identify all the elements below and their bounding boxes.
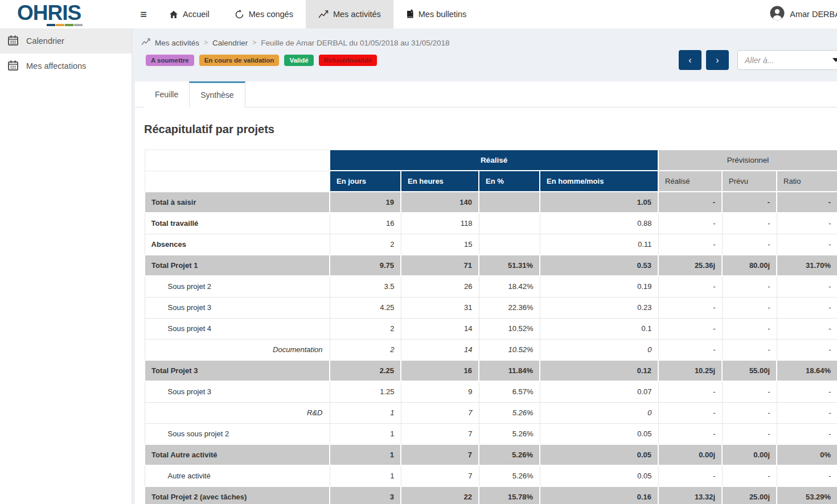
table-cell: - bbox=[658, 276, 722, 297]
sidebar-item-mes-affectations[interactable]: Mes affectations bbox=[0, 53, 132, 79]
recap-table: Réalisé Prévisionnel En jours En heures … bbox=[144, 149, 837, 504]
table-cell: 0.23 bbox=[540, 297, 658, 318]
table-cell: - bbox=[722, 381, 777, 402]
row-label: Total Projet 3 bbox=[145, 360, 330, 381]
breadcrumb-separator: > bbox=[252, 39, 256, 47]
nav-item-label: Mes bulletins bbox=[419, 10, 467, 19]
table-cell: 22 bbox=[401, 486, 479, 504]
nav-item-label: Mes congés bbox=[249, 10, 293, 19]
table-cell: 5.26% bbox=[479, 444, 540, 465]
sidebar-item-calendrier[interactable]: Calendrier bbox=[0, 28, 132, 53]
app-header: OHRIS ≡ Accueil Mes congés Mes activités bbox=[0, 0, 837, 28]
table-cell: 15 bbox=[401, 234, 479, 255]
table-row: Sous sous projet 2175.26%0.05--- bbox=[145, 423, 837, 444]
table-cell: 0.88 bbox=[540, 213, 658, 234]
table-cell: - bbox=[658, 192, 722, 213]
table-cell: 118 bbox=[401, 213, 479, 234]
table-corner-cell bbox=[145, 150, 330, 171]
table-cell: 7 bbox=[401, 465, 479, 486]
table-cell: 5.26% bbox=[479, 402, 540, 423]
table-cell: 53.29% bbox=[777, 486, 837, 504]
table-cell: 1.25 bbox=[330, 381, 401, 402]
column-header: En jours bbox=[330, 171, 401, 192]
table-cell: 1 bbox=[330, 423, 401, 444]
table-cell: - bbox=[722, 276, 777, 297]
column-header: En heures bbox=[401, 171, 479, 192]
table-cell: 5.26% bbox=[479, 465, 540, 486]
table-cell: 0.12 bbox=[540, 360, 658, 381]
table-cell: 6.57% bbox=[479, 381, 540, 402]
table-cell: 71 bbox=[401, 255, 479, 276]
status-badge: A soumettre bbox=[146, 55, 194, 66]
breadcrumb-item[interactable]: Mes activités bbox=[155, 39, 199, 47]
tab-bar: Feuille Synthèse bbox=[135, 81, 837, 108]
table-cell: 7 bbox=[401, 444, 479, 465]
table-cell: 0.19 bbox=[540, 276, 658, 297]
next-period-button[interactable]: › bbox=[706, 50, 729, 70]
nav-item-accueil[interactable]: Accueil bbox=[157, 0, 222, 28]
nav-item-mes-bulletins[interactable]: Mes bulletins bbox=[393, 0, 479, 28]
tab-feuille[interactable]: Feuille bbox=[144, 81, 189, 108]
table-cell: 51.31% bbox=[479, 255, 540, 276]
table-row: Total Projet 2 (avec tâches)32215.78%0.1… bbox=[145, 486, 837, 504]
table-cell: - bbox=[777, 381, 837, 402]
tab-synthese[interactable]: Synthèse bbox=[189, 81, 245, 108]
group-header-previsionnel: Prévisionnel bbox=[658, 150, 837, 171]
column-header: En % bbox=[479, 171, 540, 192]
row-label: Sous projet 4 bbox=[145, 318, 330, 339]
table-cell: - bbox=[777, 276, 837, 297]
table-cell: - bbox=[777, 423, 837, 444]
table-cell: - bbox=[777, 213, 837, 234]
table-cell: 80.00j bbox=[722, 255, 777, 276]
table-cell: 2 bbox=[330, 339, 401, 360]
table-group-header-row: Réalisé Prévisionnel bbox=[145, 150, 837, 171]
table-row: Absences2150.11--- bbox=[145, 234, 837, 255]
app-logo[interactable]: OHRIS bbox=[17, 1, 120, 27]
table-cell: - bbox=[658, 213, 722, 234]
previous-period-button[interactable]: ‹ bbox=[679, 50, 701, 70]
table-row: Total Projet 19.757151.31%0.5325.36j80.0… bbox=[145, 255, 837, 276]
table-row: Documentation21410.52%0--- bbox=[145, 339, 837, 360]
table-cell: 55.00j bbox=[722, 360, 777, 381]
nav-item-label: Mes activités bbox=[333, 10, 381, 19]
table-cell: 2 bbox=[330, 318, 401, 339]
table-cell bbox=[479, 213, 540, 234]
top-navigation: Accueil Mes congés Mes activités Mes bul… bbox=[157, 0, 479, 28]
nav-item-mes-conges[interactable]: Mes congés bbox=[222, 0, 306, 28]
table-cell: 31.70% bbox=[777, 255, 837, 276]
goto-select[interactable]: Aller à... bbox=[737, 50, 837, 70]
row-label: Documentation bbox=[145, 339, 330, 360]
table-cell: 14 bbox=[401, 339, 479, 360]
table-cell: 25.00j bbox=[722, 486, 777, 504]
table-cell: - bbox=[777, 234, 837, 255]
table-cell: 1.05 bbox=[540, 192, 658, 213]
table-row: Sous projet 31.2596.57%0.07--- bbox=[145, 381, 837, 402]
refresh-icon bbox=[235, 10, 244, 19]
row-label: Total Projet 1 bbox=[145, 255, 330, 276]
table-cell: 31 bbox=[401, 297, 479, 318]
table-cell: 10.25j bbox=[658, 360, 722, 381]
breadcrumb-item[interactable]: Calendrier bbox=[212, 39, 248, 47]
table-cell: - bbox=[658, 465, 722, 486]
table-cell: 9 bbox=[401, 381, 479, 402]
table-cell: 5.26% bbox=[479, 423, 540, 444]
column-header: Prévu bbox=[722, 171, 777, 192]
menu-icon[interactable]: ≡ bbox=[137, 7, 150, 21]
table-cell: - bbox=[722, 318, 777, 339]
table-cell: 0.07 bbox=[540, 381, 658, 402]
nav-item-mes-activites[interactable]: Mes activités bbox=[306, 0, 393, 28]
table-cell: 26 bbox=[401, 276, 479, 297]
status-badge: Validé bbox=[284, 55, 313, 66]
table-cell: 2 bbox=[330, 234, 401, 255]
table-cell: 18.64% bbox=[777, 360, 837, 381]
table-cell: 0 bbox=[540, 339, 658, 360]
row-label: Total travaillé bbox=[145, 213, 330, 234]
table-cell: 10.52% bbox=[479, 339, 540, 360]
row-label: R&D bbox=[145, 402, 330, 423]
table-cell: - bbox=[777, 318, 837, 339]
table-cell: 0 bbox=[540, 402, 658, 423]
table-cell: - bbox=[658, 423, 722, 444]
status-badge: Refusé/Invalidé bbox=[319, 55, 377, 66]
table-cell: 0.05 bbox=[540, 423, 658, 444]
user-menu[interactable]: Amar DERBAL bbox=[770, 0, 837, 28]
